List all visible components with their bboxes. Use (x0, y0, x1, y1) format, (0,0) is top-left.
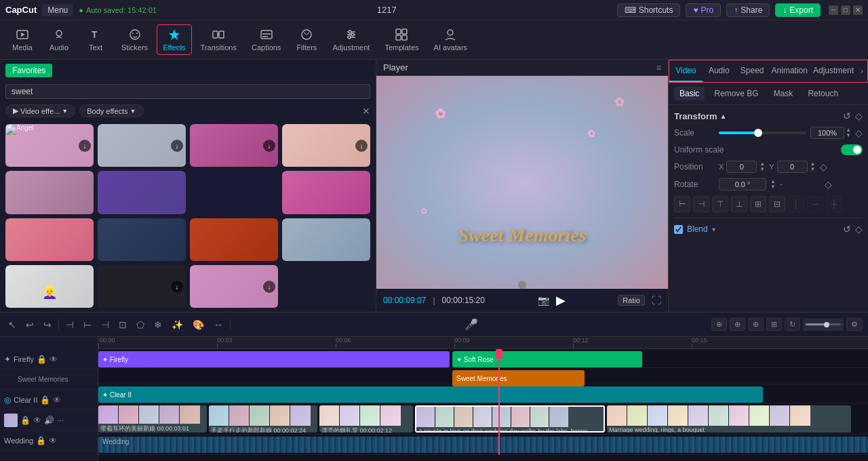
effect-throb[interactable]: Throb (5, 218, 94, 261)
align-inactive-2[interactable]: ─ (807, 196, 823, 212)
tl-effect-1[interactable]: ⊕ (711, 318, 727, 331)
grid-close-button[interactable]: ✕ (362, 104, 370, 117)
play-button[interactable]: ▶ (556, 293, 566, 308)
video-clip-1[interactable]: 带着耳环的美丽新娘 00:00:03:01 (98, 405, 207, 433)
video-clip-2[interactable]: 手牵手行走的新郎新娘 00:00:02:24 (209, 405, 317, 433)
mask-tool[interactable]: ⬠ (134, 318, 147, 332)
zoom-slider[interactable] (803, 319, 844, 331)
rotate-value[interactable]: 0.0 ° (719, 178, 766, 191)
video-clip-5[interactable]: Marriage wedding, rings, a bouquet (607, 405, 851, 433)
effect-firefly[interactable]: Firefly (190, 171, 278, 214)
minimize-button[interactable]: ─ (829, 5, 838, 15)
tl-effect-2[interactable]: ⊕ (730, 318, 745, 331)
share-button[interactable]: ↑ Share (726, 3, 770, 17)
align-center-h-button[interactable]: ⊣ (693, 196, 709, 212)
right-tabs-chevron[interactable]: › (856, 60, 867, 82)
transform-reset-icon[interactable]: ↺ (843, 111, 851, 121)
rotate-keyframe-icon[interactable]: ◇ (825, 179, 832, 190)
camera-icon[interactable]: 📷 (538, 295, 549, 306)
tab-audio[interactable]: Audio (703, 60, 736, 82)
subtab-mask[interactable]: Mask (768, 87, 799, 100)
toolbar-item-adjustment[interactable]: Adjustment (326, 24, 376, 55)
export-button[interactable]: ↓ Export (775, 3, 821, 17)
effect-wonderland[interactable]: 👱‍♀️ Wonderland (5, 265, 94, 308)
subtab-retouch[interactable]: Retouch (802, 87, 844, 100)
tl-effect-loop[interactable]: ↻ (785, 318, 800, 331)
blend-reset-icon[interactable]: ↺ (843, 224, 851, 235)
scale-slider[interactable] (719, 132, 806, 134)
subtab-remove-bg[interactable]: Remove BG (709, 87, 764, 100)
effect-mini-stars-ii[interactable]: Mini stars II (98, 171, 186, 214)
zoom-thumb[interactable] (824, 322, 829, 327)
trim-right-tool[interactable]: ⊣ (98, 318, 112, 332)
position-x-value[interactable]: 0 (726, 161, 757, 173)
eye-icon-4[interactable]: 👁 (49, 436, 57, 445)
shortcuts-button[interactable]: ⌨ Shortcuts (617, 3, 681, 17)
toolbar-item-effects[interactable]: Effects (157, 24, 191, 55)
align-left-button[interactable]: ⊢ (674, 196, 690, 212)
lock-icon-4[interactable]: 🔒 (36, 436, 46, 445)
more-icon[interactable]: ··· (57, 416, 64, 425)
align-inactive-1[interactable]: │ (788, 196, 804, 212)
effect-magic[interactable]: ↓ Magic (190, 124, 278, 167)
tab-adjustment[interactable]: Adjustment (810, 60, 856, 82)
eye-icon[interactable]: 👁 (50, 355, 58, 364)
toolbar-item-ai-avatars[interactable]: AI avatars (428, 24, 474, 55)
audio-waveform[interactable]: Wedding (98, 437, 868, 453)
fullscreen-button[interactable]: ⛶ (652, 295, 661, 306)
effect-retamax[interactable]: Retamax (282, 218, 370, 261)
align-inactive-3[interactable]: ┼ (826, 196, 842, 212)
player-menu-icon[interactable]: ≡ (656, 63, 661, 73)
toolbar-item-filters[interactable]: Filters (290, 24, 323, 55)
tl-effect-3[interactable]: ⊕ (748, 318, 764, 331)
menu-button[interactable]: Menu (42, 4, 73, 16)
blend-dropdown-icon[interactable]: ▾ (712, 226, 715, 233)
download-icon[interactable]: ↓ (171, 281, 183, 293)
scale-keyframe-icon[interactable]: ◇ (855, 127, 863, 138)
ai-tool[interactable]: ✨ (169, 318, 186, 332)
pro-button[interactable]: ♥ Pro (686, 3, 721, 17)
blend-keyframe-icon[interactable]: ◇ (855, 224, 863, 235)
transform-tl-tool[interactable]: ↔ (211, 318, 226, 332)
close-button[interactable]: ✕ (853, 5, 863, 15)
effect-shadow[interactable]: Shadow (5, 171, 94, 214)
effect-snow[interactable]: ↓ Snow (282, 124, 370, 167)
clip-firefly[interactable]: ✦ Firefly (98, 351, 450, 367)
search-input[interactable] (5, 84, 370, 99)
position-y-value[interactable]: 0 (777, 161, 808, 173)
tab-favorites[interactable]: Favorites (5, 64, 52, 77)
clip-soft-rose[interactable]: ✦ Soft Rose (452, 351, 642, 367)
position-keyframe-icon[interactable]: ◇ (820, 161, 827, 172)
split-tool[interactable]: ⊣ (63, 318, 77, 332)
tab-animation[interactable]: Animation (769, 60, 810, 82)
transform-keyframe-icon[interactable]: ◇ (855, 111, 863, 121)
lock-icon[interactable]: 🔒 (37, 355, 47, 364)
position-x-stepper[interactable]: ▲ ▼ (760, 161, 765, 172)
effect-blink[interactable]: Blink (190, 218, 278, 261)
maximize-button[interactable]: □ (841, 5, 850, 15)
uniform-scale-toggle[interactable] (841, 144, 863, 155)
effect-club-mood[interactable]: Club Mood (282, 171, 370, 214)
playhead-handle[interactable] (496, 349, 502, 359)
subtab-basic[interactable]: Basic (674, 87, 705, 100)
effect-angel[interactable]: ↓ Angel (5, 124, 94, 167)
scrubber-handle[interactable] (518, 281, 526, 289)
audio-icon[interactable]: 🔊 (44, 416, 54, 425)
toolbar-item-text[interactable]: T Text (79, 24, 113, 55)
video-clip-4-selected[interactable]: A couple in love on their wedding day wa… (415, 405, 605, 433)
undo-button[interactable]: ↩ (23, 318, 37, 332)
body-effects-filter[interactable]: Body effects ▼ (79, 104, 143, 117)
timeline-ruler[interactable]: 00:00 00:03 00:06 00:09 00:12 00:15 (98, 337, 868, 349)
toolbar-item-audio[interactable]: Audio (42, 24, 76, 55)
effect-fuzzy[interactable]: Fuzzy (98, 218, 186, 261)
effect-spark[interactable]: ↓ Spark (98, 265, 186, 308)
download-icon[interactable]: ↓ (263, 281, 275, 293)
freeze-tool[interactable]: ❄ (151, 318, 165, 332)
scale-stepper[interactable]: ▲ ▼ (846, 127, 851, 138)
toolbar-item-captions[interactable]: Captions (245, 24, 287, 55)
rotate-stepper[interactable]: ▲ ▼ (770, 179, 776, 190)
tl-settings-button[interactable]: ⚙ (846, 318, 863, 331)
position-y-stepper[interactable]: ▲ ▼ (810, 161, 816, 172)
ratio-button[interactable]: Ratio (618, 295, 645, 306)
toolbar-item-media[interactable]: Media (5, 24, 39, 55)
